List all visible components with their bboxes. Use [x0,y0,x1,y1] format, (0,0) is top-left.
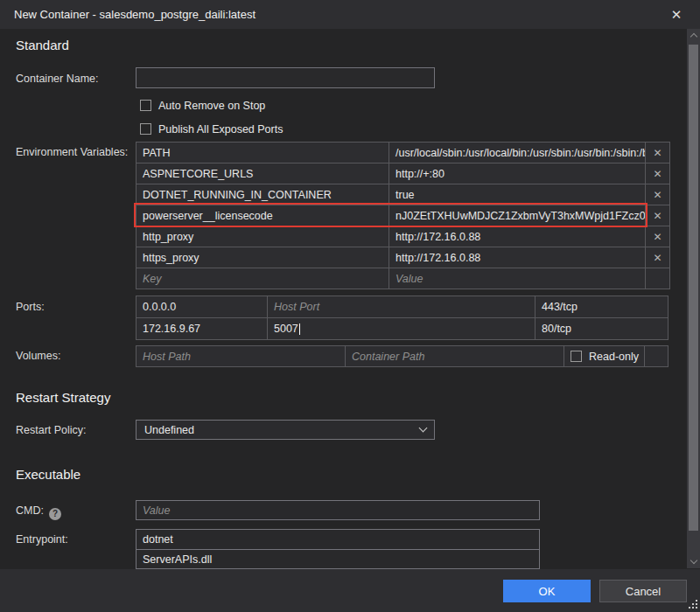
port-container-port[interactable]: 443/tcp [536,296,668,318]
env-key[interactable]: https_proxy [136,247,389,268]
port-container-port[interactable]: 80/tcp [536,318,668,340]
close-icon[interactable]: ✕ [660,0,693,29]
env-value[interactable]: http://+:80 [389,163,646,184]
volume-readonly-cell: Read-only [564,346,645,367]
auto-remove-label: Auto Remove on Stop [158,100,265,112]
env-value[interactable]: http://172.16.0.88 [389,226,646,247]
cmd-input[interactable] [136,500,540,520]
scroll-up-icon[interactable] [687,29,700,42]
ok-button[interactable]: OK [503,580,591,602]
env-value-licensecode[interactable]: nJ0ZEtTXHUwMDJCZ1ZxbmVyT3hxMWpjd1FZcz0if… [389,205,646,226]
port-host-ip[interactable]: 172.16.9.67 [136,318,268,340]
readonly-checkbox[interactable]: Read-only [570,351,639,363]
volume-host-path-input[interactable]: Host Path [136,346,346,367]
env-new-value-input[interactable]: Value [389,268,646,289]
env-variables-label: Environment Variables: [16,146,128,158]
entrypoint-item[interactable]: dotnet [136,530,539,549]
restart-policy-value: Undefined [144,424,194,436]
empty-cell [646,268,670,289]
dialog-footer: OK Cancel [0,569,700,612]
section-heading-executable: Executable [16,467,80,482]
delete-row-icon[interactable]: ✕ [646,247,670,268]
delete-row-icon[interactable]: ✕ [646,184,670,205]
publish-ports-label: Publish All Exposed Ports [158,123,283,136]
env-new-key-input[interactable]: Key [136,268,389,289]
section-heading-restart: Restart Strategy [16,390,110,405]
delete-row-icon[interactable]: ✕ [646,163,670,184]
scrollbar-thumb[interactable] [689,45,698,531]
cmd-label: CMD: [16,504,44,517]
checkbox-icon[interactable] [570,351,582,362]
volume-container-path-input[interactable]: Container Path [346,346,564,367]
env-key[interactable]: http_proxy [136,226,389,247]
delete-row-icon[interactable]: ✕ [646,226,670,247]
resize-grip[interactable] [687,599,698,610]
env-key-licensecode[interactable]: powerserver__licensecode [136,205,389,226]
entrypoint-list: dotnet ServerAPIs.dll [136,529,540,569]
readonly-label: Read-only [589,351,639,363]
help-icon[interactable]: ? [49,508,61,520]
delete-row-icon[interactable]: ✕ [646,143,670,163]
ports-label: Ports: [16,301,45,313]
env-key[interactable]: DOTNET_RUNNING_IN_CONTAINER [136,184,389,205]
env-value[interactable]: /usr/local/sbin:/usr/local/bin:/usr/sbin… [389,143,646,163]
env-key[interactable]: ASPNETCORE_URLS [136,163,389,184]
port-host-port-input[interactable]: Host Port [268,296,536,318]
entrypoint-item[interactable]: ServerAPIs.dll [136,549,539,568]
env-value[interactable]: true [389,184,646,205]
section-heading-standard: Standard [16,38,69,52]
container-name-input[interactable] [136,67,435,88]
volumes-table: Host Path Container Path Read-only [136,345,668,367]
port-host-port-value: 5007 [274,323,298,335]
dialog-title: New Container - salesdemo_postgre_daili:… [14,8,256,21]
port-host-ip[interactable]: 0.0.0.0 [136,296,268,318]
env-variables-table: PATH /usr/local/sbin:/usr/local/bin:/usr… [136,142,670,289]
checkbox-icon[interactable] [140,100,151,111]
scroll-down-icon[interactable] [687,555,700,568]
vertical-scrollbar[interactable] [687,29,700,568]
publish-ports-checkbox[interactable]: Publish All Exposed Ports [140,122,283,136]
entrypoint-label: Entrypoint: [16,533,68,546]
container-name-label: Container Name: [16,73,99,85]
env-value[interactable]: http://172.16.0.88 [389,247,646,268]
new-container-dialog: New Container - salesdemo_postgre_daili:… [0,0,700,612]
port-host-port-input[interactable]: 5007 [268,318,536,340]
text-caret [299,323,300,335]
auto-remove-checkbox[interactable]: Auto Remove on Stop [140,99,265,112]
ports-table: 0.0.0.0 Host Port 443/tcp 172.16.9.67 50… [136,296,668,340]
checkbox-icon[interactable] [140,123,151,135]
cmd-label-row: CMD:? [16,504,61,520]
restart-policy-dropdown[interactable]: Undefined [136,420,435,440]
env-key[interactable]: PATH [136,143,389,163]
restart-policy-label: Restart Policy: [16,424,87,436]
title-bar: New Container - salesdemo_postgre_daili:… [0,0,700,29]
cancel-button[interactable]: Cancel [599,580,687,602]
delete-row-icon[interactable]: ✕ [646,205,670,226]
empty-cell [645,346,668,367]
chevron-down-icon [419,424,428,433]
volumes-label: Volumes: [16,350,60,362]
